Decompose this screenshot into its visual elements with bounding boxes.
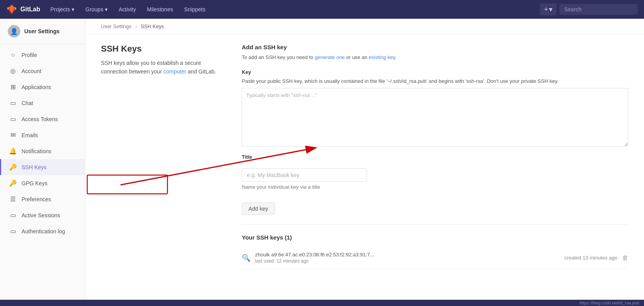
preferences-icon: ☰ <box>9 195 17 203</box>
content-area: SSH Keys SSH keys allow you to establish… <box>85 34 644 278</box>
account-icon: ◎ <box>9 67 17 75</box>
page-layout: 👤 User Settings ○ Profile ◎ Account ⊞ Ap… <box>0 19 644 306</box>
gitlab-logo[interactable]: GitLab <box>6 4 40 15</box>
key-textarea[interactable] <box>242 88 628 147</box>
top-navigation: GitLab Projects ▾ Groups ▾ Activity Mile… <box>0 0 644 19</box>
status-bar: https://blog.csdn.net/id_rsa.pub <box>0 300 644 306</box>
profile-icon: ○ <box>9 52 17 59</box>
sidebar-item-preferences[interactable]: ☰ Preferences <box>0 191 85 207</box>
page-title: SSH Keys <box>101 44 226 54</box>
authentication-log-icon: ▭ <box>9 227 17 235</box>
nav-projects[interactable]: Projects ▾ <box>47 5 79 14</box>
sidebar-item-applications[interactable]: ⊞ Applications <box>0 79 85 95</box>
key-field-label: Key <box>242 69 628 75</box>
new-item-button[interactable]: + ▾ <box>540 4 556 15</box>
logo-text: GitLab <box>20 6 40 13</box>
computer-link[interactable]: computer <box>164 68 186 75</box>
ssh-key-fingerprint: zhoulk a9:6e:47:ac:e0:23:08:f6:e2:53:f2:… <box>255 252 559 258</box>
ssh-key-info: zhoulk a9:6e:47:ac:e0:23:08:f6:e2:53:f2:… <box>255 252 559 264</box>
add-ssh-key-subtitle: To add an SSH key you need to generate o… <box>242 54 628 61</box>
sidebar-item-active-sessions[interactable]: ▭ Active Sessions <box>0 207 85 223</box>
chat-icon: ▭ <box>9 99 17 107</box>
active-sessions-icon: ▭ <box>9 211 17 219</box>
nav-milestones[interactable]: Milestones <box>143 5 177 14</box>
nav-snippets[interactable]: Snippets <box>180 5 209 14</box>
sidebar-item-ssh-keys[interactable]: 🔑 SSH Keys <box>0 159 85 175</box>
avatar: 👤 <box>8 25 20 38</box>
emails-icon: ✉ <box>9 131 17 139</box>
sidebar-item-profile[interactable]: ○ Profile <box>0 47 85 63</box>
content-left: SSH Keys SSH keys allow you to establish… <box>101 44 226 269</box>
sidebar-header: 👤 User Settings <box>0 19 85 44</box>
add-ssh-key-title: Add an SSH key <box>242 44 628 50</box>
title-input[interactable] <box>242 168 367 182</box>
nav-groups[interactable]: Groups ▾ <box>81 5 112 14</box>
add-key-button[interactable]: Add key <box>242 202 275 215</box>
page-wrapper: SSH Keys SSH keys allow you to establish… <box>85 34 644 278</box>
ssh-key-last-used: last used: 12 minutes ago <box>255 258 559 264</box>
gpg-keys-icon: 🔑 <box>9 179 17 187</box>
section-divider <box>242 224 628 225</box>
sidebar-nav: ○ Profile ◎ Account ⊞ Applications ▭ Cha… <box>0 44 85 242</box>
search-input[interactable] <box>559 4 638 15</box>
breadcrumb-separator: › <box>135 23 137 29</box>
sidebar-item-account[interactable]: ◎ Account <box>0 63 85 79</box>
access-tokens-icon: ▭ <box>9 115 17 123</box>
sidebar-title: User Settings <box>24 28 59 34</box>
sidebar-item-notifications[interactable]: 🔔 Notifications <box>0 143 85 159</box>
ssh-key-icon: 🔍 <box>242 254 250 262</box>
ssh-key-created: created 13 minutes ago <box>564 255 617 261</box>
title-input-hint: Name your individual key via a title <box>242 184 628 190</box>
page-description: SSH keys allow you to establish a secure… <box>101 59 226 76</box>
existing-key-link[interactable]: existing key <box>369 54 395 60</box>
sidebar-item-access-tokens[interactable]: ▭ Access Tokens <box>0 111 85 127</box>
breadcrumb: User Settings › SSH Keys <box>85 19 644 34</box>
applications-icon: ⊞ <box>9 83 17 91</box>
your-ssh-keys-title: Your SSH keys (1) <box>242 234 628 241</box>
breadcrumb-current: SSH Keys <box>141 23 164 29</box>
main-content: User Settings › SSH Keys SSH Keys SSH ke… <box>85 19 644 306</box>
ssh-key-row: 🔍 zhoulk a9:6e:47:ac:e0:23:08:f6:e2:53:f… <box>242 247 628 269</box>
sidebar-item-chat[interactable]: ▭ Chat <box>0 95 85 111</box>
nav-activity[interactable]: Activity <box>115 5 140 14</box>
sidebar: 👤 User Settings ○ Profile ◎ Account ⊞ Ap… <box>0 19 85 306</box>
breadcrumb-parent[interactable]: User Settings <box>101 23 131 29</box>
status-url: https://blog.csdn.net/id_rsa.pub <box>579 301 639 305</box>
generate-one-link[interactable]: generate one <box>315 54 345 60</box>
topnav-actions: + ▾ <box>540 4 638 15</box>
sidebar-item-emails[interactable]: ✉ Emails <box>0 127 85 143</box>
sidebar-item-gpg-keys[interactable]: 🔑 GPG Keys <box>0 175 85 191</box>
notifications-icon: 🔔 <box>9 147 17 155</box>
delete-ssh-key-button[interactable]: 🗑 <box>622 254 628 261</box>
ssh-keys-icon: 🔑 <box>9 163 17 171</box>
title-field-label: Title <box>242 154 628 160</box>
key-field-desc: Paste your public SSH key, which is usua… <box>242 77 628 85</box>
content-right: Add an SSH key To add an SSH key you nee… <box>242 44 628 269</box>
sidebar-item-authentication-log[interactable]: ▭ Authentication log <box>0 223 85 239</box>
